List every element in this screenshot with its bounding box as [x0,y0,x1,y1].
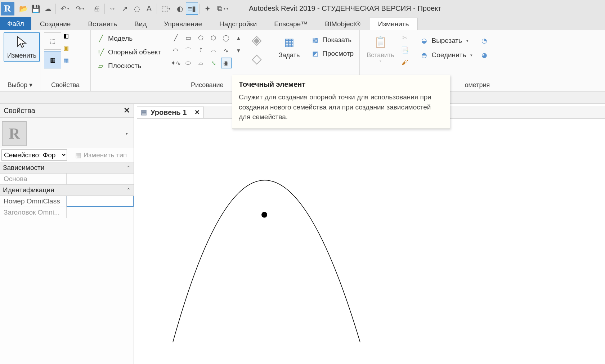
type-dropdown-icon[interactable]: ▾ [126,131,131,136]
view3d-dropdown[interactable]: ▾ [169,7,174,10]
type-selector[interactable]: R ▾ [0,118,134,148]
partial-ellipse-icon[interactable]: ⌓ [196,58,206,68]
cut-geom-icon: ◒ [420,36,429,45]
ellipse-icon[interactable]: ⬭ [183,58,194,68]
pick-lines-icon[interactable]: ⤡ [208,58,219,68]
point-element-tool-icon[interactable]: ◉ [221,58,232,68]
redo-dropdown[interactable]: ▾ [82,7,88,10]
prop-row-base: Основа [0,174,134,185]
group-identity-header[interactable]: Идентификация ⌃ [0,185,134,196]
modify-label: Изменить [7,52,36,59]
tab-insert[interactable]: Вставить [79,18,126,30]
text-icon[interactable]: A [143,3,155,15]
more-row3[interactable] [233,58,244,68]
copy-icon: 📑 [399,45,410,55]
grid-set-icon: ▦ [282,34,297,49]
panel-properties: ⬚ ▦ ◧ ▣ ▦ Свойства [40,30,91,91]
matchtype-icon[interactable]: 🖌 [399,57,410,68]
set-workplane-button[interactable]: ▦ Задать [275,32,303,61]
align-dim-icon[interactable]: ↗ [118,3,131,15]
tab-enscape[interactable]: Enscape™ [265,18,316,30]
close-hidden-icon[interactable]: ✦ [201,3,214,15]
tooltip-body: Служит для создания опорной точки для ис… [239,92,443,122]
arc-start-icon[interactable]: ◠ [170,45,181,56]
paste-button: 📋 Вставить ▾ [363,32,397,65]
tag-icon[interactable]: ◌ [131,3,143,15]
plane-button[interactable]: ▱ Плоскость [94,60,163,71]
spline-points-icon[interactable]: ✦∿ [170,58,181,68]
view-tab-level1[interactable]: ▤ Уровень 1 ✕ [137,107,204,118]
type-prop4-icon[interactable]: ▦ [63,57,74,68]
collapse-icon-2[interactable]: ⌃ [126,187,131,193]
circle-tool-icon[interactable]: ◯ [221,32,232,43]
draw-tools-grid: ╱ ▭ ⬠ ⬡ ◯ ▴ ◠ ⌒ ⤴ ⌓ ∿ ▾ ✦∿ ⬭ ⌓ ⤡ ◉ [170,32,244,68]
close-properties-icon[interactable]: ✕ [124,106,130,115]
type-prop3-icon[interactable]: ▣ [63,45,74,55]
model-button[interactable]: ╱ Модель [94,33,163,44]
line-tool-icon[interactable]: ╱ [170,32,181,43]
workplane-show-icon2[interactable]: ◇ [252,51,270,69]
cut-icon: ✂ [399,32,410,43]
cope-icon[interactable]: ◔ [479,35,490,46]
tab-bimobject[interactable]: BIMobject® [316,18,369,30]
arc-center-icon[interactable]: ⌒ [183,45,194,56]
workplane-set-icon[interactable]: ◈ [252,32,270,50]
prop-row-omniclass-title: Заголовок Omni... [0,207,134,218]
app-logo[interactable]: R [1,2,14,15]
section-icon[interactable]: ◐ [174,3,186,15]
measure-icon[interactable]: ↔ [106,3,118,15]
type-prop-icon[interactable]: ⬚ [44,32,61,50]
cut-geometry-button[interactable]: ◒ Вырезать ▾ [418,35,475,46]
spline-icon[interactable]: ∿ [221,45,232,56]
open-icon[interactable]: 📂 [17,3,30,15]
ref-object-button[interactable]: ⁞╱ Опорный объект [94,47,163,58]
properties-panel-header: Свойства ✕ [0,104,134,118]
thin-lines-icon[interactable]: ≡▮ [186,3,198,15]
type-thumbnail: R [2,121,27,146]
family-type-select[interactable]: Семейство: Фор [1,149,67,161]
edit-type-button[interactable]: ▦ Изменить тип [67,151,132,159]
polygon-tool-icon[interactable]: ⬠ [196,32,206,43]
close-view-icon[interactable]: ✕ [194,108,200,116]
tab-modify[interactable]: Изменить [369,18,418,30]
drawing-canvas[interactable] [137,119,605,364]
split-face-icon[interactable]: ◕ [479,50,490,60]
more-row1[interactable]: ▴ [233,32,244,43]
sync-icon[interactable]: ☁ [42,3,54,15]
plane-icon: ▱ [97,62,105,70]
panel-ref-objects: ╱ Модель ⁞╱ Опорный объект ▱ Плоскость [91,30,167,91]
qat-customize-dropdown[interactable]: ▾ [227,7,232,10]
quick-access-toolbar: R 📂 💾 ☁ ↶▾ ↷▾ 🖨 ↔ ↗ ◌ A ⬚▾ ◐ ≡▮ ✦ ⧉▾ ▾ A… [0,0,605,17]
properties-panel-label: Свойства [44,80,87,90]
undo-dropdown[interactable]: ▾ [67,7,72,10]
rect-tool-icon[interactable]: ▭ [183,32,194,43]
group-constraints-header[interactable]: Зависимости ⌃ [0,162,134,174]
polygon-circ-tool-icon[interactable]: ⬡ [208,32,219,43]
modify-button[interactable]: Изменить [4,32,40,62]
viewer-button[interactable]: ◩ Просмотр [309,48,356,59]
model-line-icon: ╱ [97,34,105,43]
viewer-icon: ◩ [311,49,319,58]
select-panel-label: Выбор ▾ [4,80,36,90]
join-geometry-button[interactable]: ◓ Соединить ▾ [418,50,475,60]
family-prop-icon[interactable]: ▦ [44,51,61,68]
app-title: Autodesk Revit 2019 - СТУДЕНЧЕСКАЯ ВЕРСИ… [249,4,441,13]
arc-tangent-icon[interactable]: ⤴ [196,45,206,56]
tab-create[interactable]: Создание [31,18,80,30]
print-icon[interactable]: 🖨 [91,3,103,15]
save-icon[interactable]: 💾 [30,3,42,15]
fillet-arc-icon[interactable]: ⌓ [208,45,219,56]
tab-view[interactable]: Вид [126,18,155,30]
tooltip-point-element: Точечный элемент Служит для создания опо… [232,75,450,129]
tab-addins[interactable]: Надстройки [211,18,265,30]
prop-row-omniclass-number[interactable]: Номер OmniClass [0,196,134,207]
show-workplane-button[interactable]: ▩ Показать [309,35,356,45]
type-prop2-icon[interactable]: ◧ [63,32,74,43]
omniclass-number-input[interactable] [67,196,134,207]
collapse-icon[interactable]: ⌃ [126,165,131,171]
panel-select: Изменить Выбор ▾ [0,30,40,91]
more-row2[interactable]: ▾ [233,45,244,56]
tab-file[interactable]: Файл [0,17,31,30]
reference-point-icon[interactable] [261,212,267,218]
tab-manage[interactable]: Управление [155,18,211,30]
